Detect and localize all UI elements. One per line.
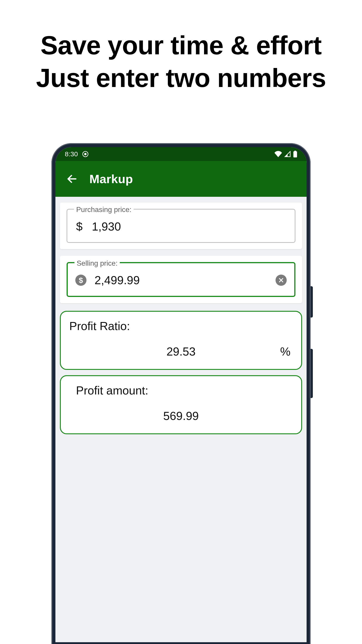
purchasing-price-label: Purchasing price:	[74, 206, 134, 214]
page-title: Markup	[89, 172, 133, 186]
selling-price-field-wrapper: Selling price: $	[67, 262, 295, 297]
phone-side-button	[311, 349, 313, 398]
cell-signal-icon	[284, 151, 291, 157]
dnd-icon	[82, 150, 89, 158]
dollar-circle-icon: $	[75, 274, 86, 286]
profit-ratio-value: 29.53	[69, 345, 293, 358]
headline-line-1: Save your time & effort	[0, 29, 362, 62]
profit-ratio-label: Profit Ratio:	[69, 319, 293, 333]
promo-headline: Save your time & effort Just enter two n…	[0, 0, 362, 94]
profit-amount-label: Profit amount:	[69, 384, 293, 397]
status-bar: 8:30	[55, 147, 307, 161]
purchasing-price-input[interactable]	[92, 220, 287, 233]
clear-button[interactable]	[276, 274, 287, 286]
svg-rect-2	[293, 152, 297, 158]
selling-price-input[interactable]	[94, 274, 268, 287]
battery-icon	[293, 151, 297, 158]
profit-amount-card: Profit amount: 569.99	[60, 375, 302, 434]
phone-screen: 8:30	[55, 147, 307, 642]
phone-side-button	[311, 286, 313, 318]
profit-ratio-card: Profit Ratio: 29.53 %	[60, 311, 302, 370]
selling-price-label: Selling price:	[74, 259, 120, 268]
purchasing-price-card: Purchasing price: $	[60, 202, 302, 249]
status-time: 8:30	[65, 150, 78, 158]
app-bar: Markup	[55, 161, 307, 197]
percent-unit: %	[280, 345, 291, 358]
headline-line-2: Just enter two numbers	[0, 62, 362, 94]
back-button[interactable]	[66, 173, 78, 185]
form-area: Purchasing price: $ Selling price: $	[55, 197, 307, 434]
dollar-icon: $	[75, 220, 84, 233]
svg-rect-3	[294, 151, 296, 152]
purchasing-price-field-wrapper: Purchasing price: $	[67, 209, 295, 243]
wifi-icon	[274, 151, 282, 157]
profit-amount-value: 569.99	[69, 409, 293, 422]
selling-price-card: Selling price: $	[60, 256, 302, 303]
phone-frame: 8:30	[51, 143, 311, 644]
svg-point-1	[84, 153, 87, 156]
